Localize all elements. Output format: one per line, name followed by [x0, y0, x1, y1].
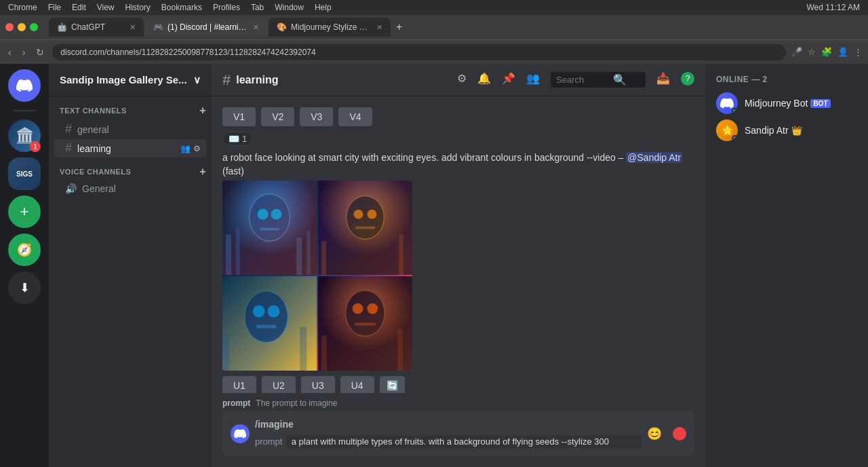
threads-icon[interactable]: ⚙ — [457, 72, 467, 88]
v2-button-top[interactable]: V2 — [261, 107, 294, 126]
tab-discord[interactable]: 🎮 (1) Discord | #learning | Sandi... ✕ — [145, 18, 267, 37]
os-menu-file[interactable]: File — [48, 3, 61, 12]
voice-channels-label: VOICE CHANNELS — [60, 168, 131, 176]
bookmark-icon[interactable]: ☆ — [808, 47, 816, 57]
members-icon[interactable]: 👥 — [526, 72, 540, 88]
profile-icon[interactable]: 👤 — [837, 47, 848, 57]
u4-button[interactable]: U4 — [340, 376, 374, 393]
member-sandip[interactable]: 🌟 Sandip Atr 👑 — [716, 117, 857, 144]
midjourney-image-grid[interactable] — [222, 181, 412, 371]
svg-point-11 — [354, 210, 363, 219]
image-quadrant-1 — [222, 181, 317, 275]
tab-close-btn[interactable]: ✕ — [130, 23, 136, 32]
explore-icon[interactable]: 🧭 — [8, 234, 41, 266]
svg-rect-13 — [355, 227, 376, 229]
emoji-picker-button[interactable]: 😊 — [647, 426, 662, 441]
v4-button-top[interactable]: V4 — [338, 107, 372, 126]
channel-name-general: general — [77, 124, 109, 135]
os-menu-chrome[interactable]: Chrome — [8, 3, 37, 12]
pin-icon[interactable]: 📌 — [502, 72, 515, 88]
add-server-icon[interactable]: + — [8, 195, 41, 228]
server-icon-sigs[interactable]: SIGS — [8, 157, 41, 190]
os-menu-view[interactable]: View — [97, 3, 115, 12]
u3-button[interactable]: U3 — [301, 376, 335, 393]
mention-tag[interactable]: @Sandip Atr — [626, 152, 682, 163]
chevron-down-icon: ∨ — [193, 74, 201, 86]
channel-search[interactable]: 🔍 — [551, 72, 646, 88]
member-name-row: Midjourney Bot BOT — [745, 98, 831, 109]
os-menu-tab[interactable]: Tab — [251, 3, 264, 12]
reload-button[interactable]: ↻ — [33, 45, 47, 59]
inbox-icon[interactable]: 📥 — [656, 72, 670, 88]
svg-point-18 — [253, 305, 265, 318]
close-window-btn[interactable] — [5, 23, 14, 31]
server-header[interactable]: Sandip Image Gallery Se... ∨ — [49, 64, 212, 96]
v3-button-top[interactable]: V3 — [300, 107, 333, 126]
add-voice-channel-icon[interactable]: + — [199, 166, 206, 178]
channel-search-input[interactable] — [556, 75, 610, 85]
server-sidebar: 🏛️ 1 SIGS + 🧭 ⬇ — [0, 64, 49, 467]
tab-midjourney[interactable]: 🎨 Midjourney Stylize Parameter ✕ — [269, 18, 391, 37]
channel-voice-general[interactable]: 🔊 General — [54, 181, 206, 196]
download-icon[interactable]: ⬇ — [8, 272, 41, 304]
os-menu-help[interactable]: Help — [315, 3, 332, 12]
maximize-window-btn[interactable] — [30, 23, 38, 31]
os-menu-edit[interactable]: Edit — [72, 3, 86, 12]
svg-point-17 — [245, 291, 288, 342]
discord-home-icon[interactable] — [8, 69, 41, 102]
v-buttons-top-row: V1 V2 V3 V4 — [222, 107, 694, 126]
tab-close-btn[interactable]: ✕ — [253, 23, 259, 32]
settings-icon[interactable]: ⚙ — [193, 144, 201, 153]
os-menu-bookmarks[interactable]: Bookmarks — [161, 3, 202, 12]
server-add: + — [8, 195, 41, 228]
forward-button[interactable]: › — [20, 45, 28, 59]
svg-rect-6 — [236, 228, 240, 276]
minimize-window-btn[interactable] — [18, 23, 26, 31]
help-icon[interactable]: ? — [681, 72, 694, 86]
u2-button[interactable]: U2 — [262, 376, 296, 393]
new-tab-button[interactable]: + — [392, 18, 406, 37]
os-menu-history[interactable]: History — [125, 3, 151, 12]
reaction-emoji-top[interactable]: ✉️ 1 — [222, 132, 253, 146]
online-count-label: ONLINE — 2 — [716, 75, 857, 84]
os-menu-profiles[interactable]: Profiles — [213, 3, 240, 12]
channel-learning[interactable]: # learning 👥 ⚙ — [54, 139, 206, 157]
u1-button[interactable]: U1 — [222, 376, 256, 393]
tab-favicon: 🎨 — [277, 22, 287, 32]
server-name-label: Sandip Image Gallery Se... — [60, 74, 187, 86]
avatar-sandip: 🌟 — [716, 119, 738, 141]
v1-button-top[interactable]: V1 — [222, 107, 256, 126]
microphone-icon[interactable]: 🎤 — [791, 47, 802, 57]
member-name-text: Midjourney Bot — [745, 98, 808, 109]
tabs-container: 🤖 ChatGPT ✕ 🎮 (1) Discord | #learning | … — [49, 18, 863, 37]
prompt-input-field[interactable] — [286, 435, 642, 448]
menu-icon[interactable]: ⋮ — [854, 47, 863, 57]
channel-action-icons: 👥 ⚙ — [180, 144, 201, 153]
url-input[interactable] — [52, 44, 786, 60]
search-icon: 🔍 — [613, 73, 627, 86]
prompt-hint-text: The prompt to imagine — [256, 398, 337, 408]
member-icon[interactable]: 👥 — [180, 144, 191, 153]
refresh-button[interactable]: 🔄 — [380, 376, 405, 393]
os-menu-window[interactable]: Window — [275, 3, 304, 12]
window-controls — [5, 23, 38, 31]
record-button[interactable] — [673, 427, 686, 441]
chat-input-area: prompt The prompt to imagine /imagine pr… — [212, 393, 705, 467]
voice-channels-category[interactable]: VOICE CHANNELS + — [49, 163, 212, 181]
svg-point-3 — [271, 209, 281, 220]
text-channels-category[interactable]: TEXT CHANNELS + — [49, 102, 212, 119]
extensions-icon[interactable]: 🧩 — [821, 47, 832, 57]
notification-bell-icon[interactable]: 🔔 — [477, 72, 491, 88]
member-sandip-info: Sandip Atr 👑 — [745, 125, 802, 136]
member-midjourney-bot[interactable]: Midjourney Bot BOT — [716, 90, 857, 117]
crown-icon: 👑 — [791, 126, 802, 136]
channel-general[interactable]: # general — [54, 120, 206, 138]
svg-rect-5 — [226, 235, 231, 276]
tab-close-btn[interactable]: ✕ — [376, 23, 382, 32]
os-menu-items: Chrome File Edit View History Bookmarks … — [8, 3, 332, 12]
channel-list: TEXT CHANNELS + # general # learning 👥 ⚙… — [49, 96, 212, 467]
back-button[interactable]: ‹ — [5, 45, 14, 59]
add-channel-icon[interactable]: + — [199, 105, 206, 117]
tab-chatgpt[interactable]: 🤖 ChatGPT ✕ — [49, 18, 144, 37]
prompt-body: a robot face looking at smart city with … — [222, 152, 623, 163]
